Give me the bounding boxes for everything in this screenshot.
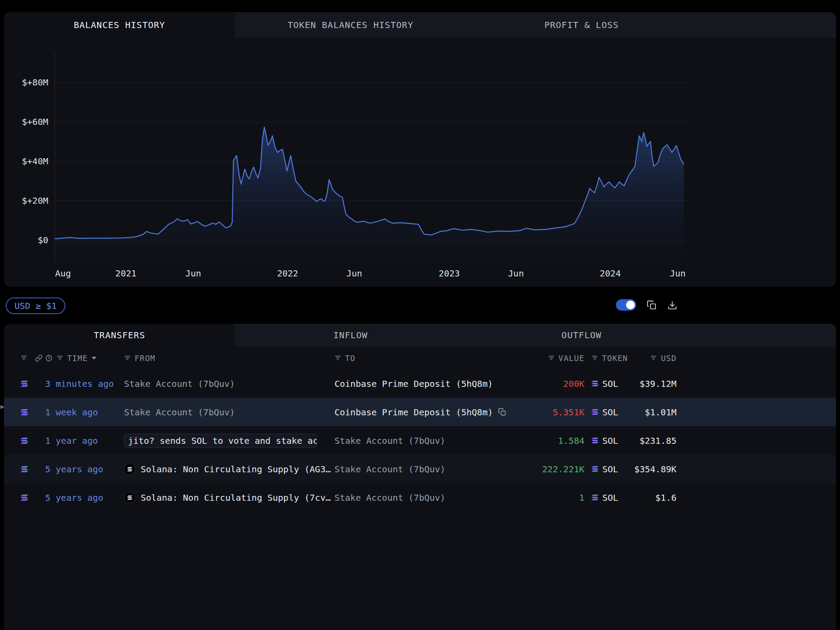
svg-text:$+80M: $+80M (22, 77, 48, 88)
solana-entity-icon (124, 464, 135, 475)
svg-text:$+20M: $+20M (22, 195, 48, 206)
filter-icon[interactable] (57, 355, 63, 361)
tx-to[interactable]: Coinbase Prime Deposit (5hQ8m) (335, 407, 541, 418)
tx-value: 222.221K (541, 464, 584, 474)
tab-profit-loss[interactable]: PROFIT & LOSS (466, 12, 697, 38)
balances-history-panel: BALANCES HISTORY TOKEN BALANCES HISTORY … (4, 12, 836, 287)
tx-token[interactable]: SOL (584, 464, 625, 474)
tx-time[interactable]: 1 week ago (45, 407, 124, 418)
tx-from[interactable]: Solana: Non Circulating Supply (7cv… (124, 492, 335, 503)
svg-text:Jun: Jun (185, 268, 201, 279)
tabbar-filler (697, 324, 836, 347)
svg-text:$+40M: $+40M (22, 156, 48, 166)
svg-text:Jun: Jun (346, 268, 362, 279)
filter-icon[interactable] (548, 355, 555, 361)
tx-type-solana-icon (21, 381, 45, 387)
filter-icon[interactable] (124, 355, 131, 361)
col-header-from: FROM (135, 354, 155, 363)
tx-usd: $231.85 (625, 435, 676, 446)
transfer-row[interactable]: 3 minutes ago Stake Account (7bQuv) Coin… (4, 369, 836, 398)
tx-time[interactable]: 3 minutes ago (45, 379, 124, 389)
transfers-header-row: TIME FROM TO VALUE TOKEN USD (4, 347, 836, 369)
svg-text:2021: 2021 (115, 268, 136, 279)
tx-from[interactable]: Stake Account (7bQuv) (124, 379, 335, 389)
svg-text:2022: 2022 (277, 268, 298, 279)
link-icon[interactable] (35, 354, 43, 362)
tab-balances-history[interactable]: BALANCES HISTORY (4, 12, 235, 38)
tx-to[interactable]: Stake Account (7bQuv) (335, 435, 541, 446)
col-header-time[interactable]: TIME (67, 354, 88, 363)
tab-token-balances-history[interactable]: TOKEN BALANCES HISTORY (235, 12, 466, 38)
balances-area-chart[interactable]: $+80M$+60M$+40M$+20M$0Aug2021Jun2022Jun2… (4, 38, 836, 287)
svg-text:2024: 2024 (600, 268, 621, 279)
solana-entity-icon (124, 492, 135, 503)
sol-token-icon (591, 381, 598, 386)
tx-token[interactable]: SOL (584, 379, 625, 389)
filter-icon[interactable] (591, 355, 598, 361)
tx-time[interactable]: 1 year ago (45, 435, 124, 446)
sol-token-icon (591, 466, 598, 472)
svg-text:Aug: Aug (55, 268, 71, 279)
tx-token[interactable]: SOL (584, 435, 625, 446)
transfer-row[interactable]: 1 week ago Stake Account (7bQuv) Coinbas… (4, 398, 836, 426)
download-icon[interactable] (667, 300, 677, 310)
transfer-row[interactable]: 5 years ago Solana: Non Circulating Supp… (4, 455, 836, 483)
tx-from[interactable]: jito? sends SOL to vote and stake ac… (124, 434, 335, 448)
svg-text:$0: $0 (38, 235, 48, 245)
tx-type-solana-icon (21, 409, 45, 415)
filter-icon[interactable] (21, 355, 27, 361)
tx-time[interactable]: 5 years ago (45, 464, 124, 474)
tx-to[interactable]: Stake Account (7bQuv) (335, 464, 541, 474)
chart-tabbar: BALANCES HISTORY TOKEN BALANCES HISTORY … (4, 12, 836, 38)
tx-type-solana-icon (21, 495, 45, 501)
tx-value: 200K (541, 379, 584, 389)
tx-token[interactable]: SOL (584, 407, 625, 418)
col-header-value: VALUE (559, 354, 584, 363)
tx-usd: $354.89K (625, 464, 676, 474)
tx-from[interactable]: Solana: Non Circulating Supply (AG3… (124, 464, 335, 475)
tx-time[interactable]: 5 years ago (45, 492, 124, 503)
tab-outflow[interactable]: OUTFLOW (466, 324, 697, 347)
controls-right (616, 299, 677, 311)
copy-icon[interactable] (647, 300, 657, 310)
transfers-panel: TRANSFERS INFLOW OUTFLOW TIME FROM TO VA… (4, 324, 836, 630)
transfer-row[interactable]: 5 years ago Solana: Non Circulating Supp… (4, 483, 836, 512)
usd-filter-pill[interactable]: USD ≥ $1 (6, 297, 65, 314)
col-header-token: TOKEN (602, 354, 628, 363)
tx-from[interactable]: Stake Account (7bQuv) (124, 407, 335, 418)
tx-usd: $1.01M (625, 407, 676, 418)
controls-row: USD ≥ $1 (0, 297, 840, 316)
usd-filter-toggle[interactable] (616, 299, 636, 311)
transfer-row[interactable]: 1 year ago jito? sends SOL to vote and s… (4, 426, 836, 455)
col-header-to: TO (345, 354, 356, 363)
col-header-usd: USD (661, 354, 676, 363)
toggle-knob (626, 301, 635, 309)
svg-text:Jun: Jun (670, 268, 686, 279)
tx-type-solana-icon (21, 438, 45, 444)
tx-token[interactable]: SOL (584, 492, 625, 503)
svg-text:Jun: Jun (508, 268, 524, 279)
filter-icon[interactable] (335, 355, 341, 361)
tab-inflow[interactable]: INFLOW (235, 324, 466, 347)
address-annotation-tag[interactable]: jito? sends SOL to vote and stake ac… (124, 434, 317, 448)
selected-row-marker-icon: ▶ (0, 403, 4, 411)
tx-value: 1.584 (541, 435, 584, 446)
sol-token-icon (591, 495, 598, 500)
tx-usd: $39.12M (625, 379, 676, 389)
svg-text:2023: 2023 (439, 268, 460, 279)
svg-text:$+60M: $+60M (22, 117, 48, 127)
sort-caret-icon[interactable] (92, 357, 96, 360)
tx-value: 1 (541, 492, 584, 503)
tx-to[interactable]: Stake Account (7bQuv) (335, 492, 541, 503)
copy-address-icon[interactable] (498, 408, 506, 416)
clock-icon[interactable] (45, 354, 53, 362)
sol-token-icon (591, 409, 598, 415)
filter-icon[interactable] (650, 355, 657, 361)
tx-type-solana-icon (21, 466, 45, 472)
tx-usd: $1.6 (625, 492, 676, 503)
tab-transfers[interactable]: TRANSFERS (4, 324, 235, 347)
tx-value: 5.351K (541, 407, 584, 418)
transfers-tabbar: TRANSFERS INFLOW OUTFLOW (4, 324, 836, 347)
sol-token-icon (591, 438, 598, 443)
tx-to[interactable]: Coinbase Prime Deposit (5hQ8m) (335, 379, 541, 389)
